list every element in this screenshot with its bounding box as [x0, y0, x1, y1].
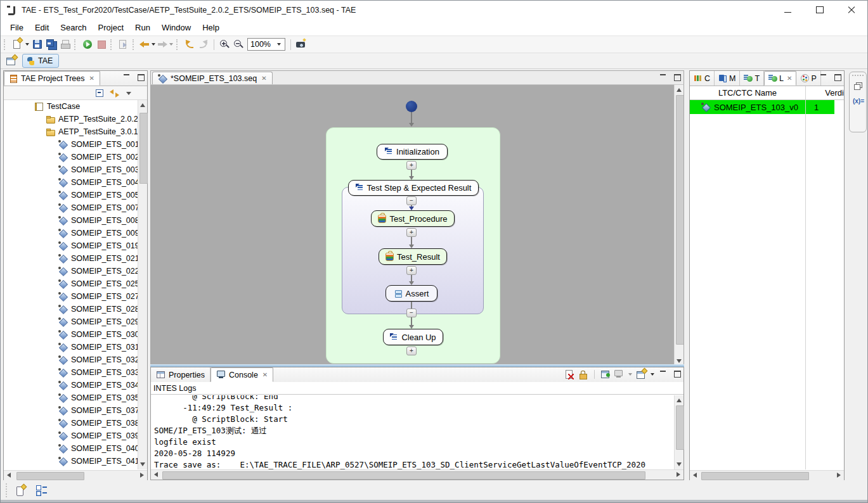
tab-t[interactable]: T	[740, 71, 764, 86]
run-icon[interactable]	[81, 38, 94, 51]
scroll-up-icon[interactable]	[677, 398, 682, 402]
menu-run[interactable]: Run	[129, 21, 156, 34]
expressions-icon[interactable]: (x)=	[851, 98, 866, 105]
view-menu-icon[interactable]	[124, 88, 134, 98]
tree-row[interactable]: SOMEIP_ETS_039_	[4, 430, 138, 442]
tree-row[interactable]: SOMEIP_ETS_021_	[4, 252, 138, 265]
tree-row[interactable]: SOMEIP_ETS_009_	[4, 227, 138, 239]
tree-row[interactable]: AETP_TestSuite_2.0.2_	[4, 113, 138, 125]
save-icon[interactable]	[31, 38, 44, 51]
scroll-right-icon[interactable]	[140, 473, 144, 478]
expand-icon[interactable]: +	[406, 347, 417, 355]
back-icon[interactable]	[139, 38, 150, 51]
console-horizontal-scrollbar[interactable]	[151, 469, 683, 480]
collapse-icon[interactable]: −	[406, 196, 417, 205]
save-all-icon[interactable]	[45, 38, 58, 51]
forward-history-dropdown-icon[interactable]	[169, 43, 173, 46]
results-horizontal-scrollbar[interactable]	[690, 470, 844, 480]
tree-row[interactable]: SOMEIP_ETS_001_	[4, 138, 138, 151]
console-hscrollbar-thumb[interactable]	[162, 471, 645, 480]
tree-row[interactable]: SOMEIP_ETS_033_	[4, 366, 138, 379]
tree-vertical-scrollbar[interactable]	[138, 100, 147, 469]
menu-file[interactable]: File	[4, 21, 29, 34]
collapse-icon[interactable]: −	[406, 309, 417, 317]
scroll-down-icon[interactable]	[677, 359, 682, 363]
close-icon[interactable]: ✕	[88, 75, 94, 82]
expand-icon[interactable]: +	[406, 266, 417, 275]
maximize-view-icon[interactable]	[137, 73, 145, 81]
new-dropdown-icon[interactable]	[25, 43, 29, 46]
tree-row[interactable]: SOMEIP_ETS_041_	[4, 455, 138, 468]
tab-c[interactable]: C	[690, 71, 715, 86]
maximize-results-icon[interactable]	[834, 73, 842, 81]
window-minimize-button[interactable]	[781, 4, 795, 16]
scroll-right-icon[interactable]	[677, 472, 680, 477]
expand-icon[interactable]: +	[406, 228, 417, 237]
tab-l[interactable]: L ✕	[764, 71, 796, 86]
results-hscrollbar-thumb[interactable]	[701, 472, 809, 480]
maximize-editor-icon[interactable]	[673, 73, 682, 81]
tab-console[interactable]: Console ✕	[211, 367, 273, 382]
maximize-console-icon[interactable]	[673, 370, 682, 378]
node-clean-up[interactable]: Clean Up	[383, 329, 443, 345]
tree-row[interactable]: SOMEIP_ETS_032_	[4, 353, 138, 366]
scroll-left-icon[interactable]	[154, 472, 158, 477]
zoom-in-icon[interactable]	[218, 38, 231, 51]
tree-row[interactable]: SOMEIP_ETS_003_	[4, 163, 138, 176]
console-vertical-scrollbar[interactable]	[674, 395, 683, 469]
link-with-editor-icon[interactable]	[109, 88, 120, 98]
display-selected-console-icon[interactable]	[614, 369, 625, 379]
scroll-down-icon[interactable]	[140, 462, 145, 466]
results-column-divider[interactable]	[805, 86, 806, 469]
console-scrollbar-thumb[interactable]	[676, 405, 684, 450]
scroll-lock-icon[interactable]	[578, 369, 588, 379]
console-dropdown-icon[interactable]	[628, 373, 632, 376]
clear-console-icon[interactable]	[564, 369, 575, 379]
menu-window[interactable]: Window	[156, 21, 197, 34]
minimize-console-icon[interactable]	[659, 370, 667, 378]
node-test-result[interactable]: Test_Result	[379, 248, 447, 265]
close-icon[interactable]: ✕	[786, 75, 792, 82]
minimize-view-icon[interactable]	[122, 73, 131, 81]
tree-row[interactable]: SOMEIP_ETS_002_	[4, 151, 138, 163]
open-console-icon[interactable]	[636, 369, 647, 379]
node-assert[interactable]: Assert	[385, 285, 437, 302]
minimize-results-icon[interactable]	[819, 73, 827, 81]
scroll-up-icon[interactable]	[140, 103, 145, 107]
tab-properties[interactable]: Properties	[151, 367, 211, 382]
node-test-procedure[interactable]: Test_Procedure	[371, 210, 455, 227]
tree-row[interactable]: SOMEIP_ETS_004_	[4, 176, 138, 189]
redo-icon[interactable]	[197, 38, 210, 51]
menu-help[interactable]: Help	[197, 21, 225, 34]
tree-row[interactable]: SOMEIP_ETS_031_	[4, 341, 138, 353]
pin-console-icon[interactable]	[600, 369, 611, 379]
column-verdict[interactable]: Verdi	[805, 88, 844, 98]
tree-row[interactable]: SOMEIP_ETS_022_	[4, 265, 138, 277]
expand-icon[interactable]: +	[406, 161, 417, 170]
tree-row[interactable]: SOMEIP_ETS_038_	[4, 417, 138, 430]
results-table-header[interactable]: LTC/CTC Name Verdi	[690, 86, 844, 100]
print-icon[interactable]	[59, 38, 72, 51]
tree-horizontal-scrollbar[interactable]	[4, 470, 147, 480]
open-console-dropdown-icon[interactable]	[651, 373, 654, 376]
tree-row[interactable]: SOMEIP_ETS_019_	[4, 239, 138, 252]
tree-row[interactable]: SOMEIP_ETS_027_	[4, 290, 138, 303]
restore-view-icon[interactable]	[854, 82, 862, 90]
close-icon[interactable]: ✕	[260, 75, 266, 82]
result-row[interactable]: SOMEIP_ETS_103_v0571	[690, 100, 834, 114]
scroll-right-icon[interactable]	[837, 473, 841, 478]
tree-hscrollbar-thumb[interactable]	[16, 472, 84, 480]
tree-row[interactable]: SOMEIP_ETS_035_	[4, 392, 138, 404]
tab-tae-project-trees[interactable]: TAE Project Trees ✕	[4, 71, 100, 86]
tree-row[interactable]: AETP_TestSuite_3.0.1_	[4, 125, 138, 138]
node-test-step[interactable]: Test Step & Expected Result	[348, 180, 479, 196]
close-icon[interactable]: ✕	[261, 372, 268, 378]
tree-row[interactable]: SOMEIP_ETS_037_	[4, 404, 138, 417]
menu-edit[interactable]: Edit	[29, 21, 55, 34]
canvas-scrollbar-thumb[interactable]	[676, 95, 684, 345]
tree-scrollbar-thumb[interactable]	[139, 113, 148, 184]
minimize-editor-icon[interactable]	[659, 73, 667, 81]
forward-icon[interactable]	[157, 38, 168, 51]
window-maximize-button[interactable]	[813, 4, 827, 16]
new-wizard-icon[interactable]	[11, 38, 23, 51]
